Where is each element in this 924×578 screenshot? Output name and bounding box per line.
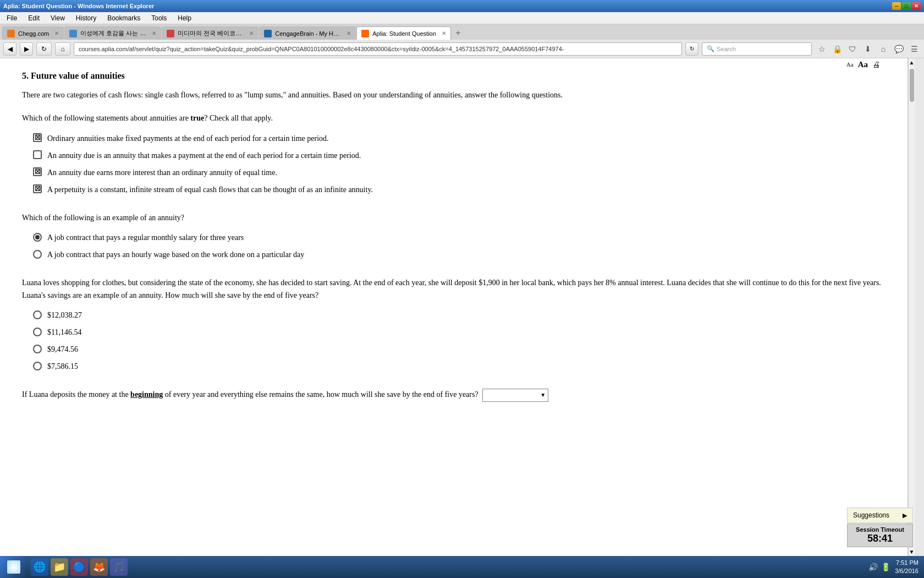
question3: Luana loves shopping for clothes, but co… (22, 277, 886, 372)
taskbar-battery-icon[interactable]: 🔋 (881, 563, 890, 571)
q1-option-b[interactable]: An annuity due is an annuity that makes … (33, 150, 886, 161)
taskbar-firefox-icon[interactable]: 🦊 (90, 558, 108, 576)
home-button[interactable]: ⌂ (55, 42, 70, 56)
menu-bookmarks[interactable]: Bookmarks (103, 13, 145, 23)
tab-bar: Chegg.com ✕ 이성에게 호감을 사는 방법... ✕ 미디마의 전국 … (0, 24, 924, 40)
tab-chegg[interactable]: Chegg.com ✕ (2, 26, 64, 40)
scrollbar[interactable]: ▲ ▼ (908, 58, 915, 556)
content-area: Aa Aa 🖨 5. Future value of annuities The… (0, 58, 924, 556)
refresh-ssl-button[interactable]: ↻ (685, 42, 698, 56)
toolbar-icons: ☆ 🔒 🛡 ⬇ ⌂ 💬 ☰ (815, 42, 921, 56)
font-controls: Aa Aa 🖨 (846, 58, 880, 71)
menu-icon[interactable]: ☰ (908, 42, 921, 56)
shield-icon[interactable]: 🛡 (846, 42, 859, 56)
q4-text: If Luana deposits the money at the begin… (22, 389, 886, 402)
search-bar[interactable]: 🔍 Search (702, 42, 812, 56)
tab-label-cengage: CengageBrain - My Home (275, 30, 341, 37)
q3-option-c[interactable]: $9,474.56 (33, 343, 886, 355)
taskbar-ie-icon[interactable]: 🌐 (31, 558, 48, 576)
q1-checkbox-b[interactable] (33, 150, 42, 159)
print-button[interactable]: 🖨 (872, 59, 880, 70)
forward-button[interactable]: ▶ (20, 42, 33, 56)
menu-file[interactable]: File (2, 13, 21, 23)
star-icon[interactable]: ☆ (815, 42, 828, 56)
taskbar-media-icon[interactable]: 🎵 (110, 558, 128, 576)
tab-aplia[interactable]: Aplia: Student Question ✕ (356, 26, 451, 40)
menu-help[interactable]: Help (173, 13, 196, 23)
q2-label-a: A job contract that pays a regular month… (47, 232, 244, 243)
taskbar-volume-icon[interactable]: 🔊 (868, 563, 878, 571)
scroll-up-button[interactable]: ▲ (908, 58, 916, 67)
windows-logo (7, 560, 20, 574)
maximize-button[interactable]: □ (902, 2, 911, 10)
font-large-button[interactable]: Aa (858, 58, 868, 71)
close-button[interactable]: ✕ (912, 2, 921, 10)
tab-close-korean2[interactable]: ✕ (249, 30, 254, 36)
q1-options: ☒ Ordinary annuities make fixed payments… (33, 133, 886, 195)
q2-option-a[interactable]: A job contract that pays a regular month… (33, 232, 886, 243)
question2: Which of the following is an example of … (22, 212, 886, 260)
title-bar: Aplia: Student Question - Windows Intern… (0, 0, 924, 12)
suggestions-close-button[interactable]: ▶ (903, 512, 907, 519)
home-icon[interactable]: ⌂ (877, 42, 890, 56)
q2-radio-b[interactable] (33, 250, 42, 259)
minimize-button[interactable]: ─ (892, 2, 901, 10)
section-title: 5. Future value of annuities (22, 69, 886, 83)
chat-icon[interactable]: 💬 (892, 42, 905, 56)
q3-radio-c[interactable] (33, 345, 42, 353)
q3-radio-b[interactable] (33, 328, 42, 336)
taskbar-chrome-icon[interactable]: 🔵 (70, 558, 88, 576)
tab-korean2[interactable]: 미디마의 전국 베이코리언... ✕ (162, 26, 258, 40)
tab-cengage[interactable]: CengageBrain - My Home ✕ (259, 26, 356, 40)
q3-radio-a[interactable] (33, 310, 42, 319)
q1-option-a[interactable]: ☒ Ordinary annuities make fixed payments… (33, 133, 886, 144)
url-bar[interactable]: courses.aplia.com/af/servlet/quiz?quiz_a… (74, 42, 682, 56)
tab-close-chegg[interactable]: ✕ (54, 30, 59, 36)
lock-icon[interactable]: 🔒 (831, 42, 844, 56)
q3-label-d: $7,586.15 (47, 361, 78, 372)
tab-label-korean2: 미디마의 전국 베이코리언... (178, 29, 244, 37)
q2-options: A job contract that pays a regular month… (33, 232, 886, 260)
q3-option-d[interactable]: $7,586.15 (33, 361, 886, 372)
menu-edit[interactable]: Edit (24, 13, 44, 23)
scroll-thumb[interactable] (910, 69, 914, 102)
url-text: courses.aplia.com/af/servlet/quiz?quiz_a… (79, 46, 564, 52)
q1-label-a: Ordinary annuities make fixed payments a… (47, 133, 329, 144)
taskbar-folder-icon[interactable]: 📁 (51, 558, 68, 576)
tab-close-cengage[interactable]: ✕ (346, 30, 351, 36)
q2-label-b: A job contract that pays an hourly wage … (47, 249, 304, 260)
q1-label-b: An annuity due is an annuity that makes … (47, 150, 361, 161)
font-small-button[interactable]: Aa (846, 60, 854, 69)
q2-radio-a[interactable] (33, 233, 42, 242)
q1-checkbox-a[interactable]: ☒ (33, 133, 42, 142)
refresh-button[interactable]: ↻ (36, 42, 52, 56)
q4-dropdown[interactable]: ▼ (482, 389, 548, 402)
back-button[interactable]: ◀ (3, 42, 16, 56)
q1-option-c[interactable]: ☒ An annuity due earns more interest tha… (33, 167, 886, 178)
q1-checkbox-c[interactable]: ☒ (33, 167, 42, 176)
q1-option-d[interactable]: ☒ A perpetuity is a constant, infinite s… (33, 184, 886, 195)
new-tab-button[interactable]: + (452, 28, 465, 39)
taskbar-quick-launch: 🌐 📁 🔵 🦊 🎵 (28, 558, 131, 576)
menu-history[interactable]: History (72, 13, 101, 23)
menu-view[interactable]: View (46, 13, 69, 23)
q1-text: Which of the following statements about … (22, 112, 886, 124)
tab-close-aplia[interactable]: ✕ (442, 30, 446, 36)
q1-checkbox-d[interactable]: ☒ (33, 184, 42, 193)
tab-korean1[interactable]: 이성에게 호감을 사는 방법... ✕ (64, 26, 161, 40)
q2-option-b[interactable]: A job contract that pays an hourly wage … (33, 249, 886, 260)
tab-label-korean1: 이성에게 호감을 사는 방법... (80, 29, 146, 37)
q3-radio-d[interactable] (33, 362, 42, 370)
q3-option-a[interactable]: $12,038.27 (33, 309, 886, 321)
q3-label-a: $12,038.27 (47, 309, 82, 321)
menu-tools[interactable]: Tools (147, 13, 171, 23)
start-button[interactable] (0, 556, 28, 578)
tab-close-korean1[interactable]: ✕ (152, 30, 156, 36)
section-title-text: Future value of annuities (31, 71, 125, 80)
tab-label-aplia: Aplia: Student Question (372, 30, 436, 37)
taskbar-right: 🔊 🔋 7:51 PM 3/6/2016 (868, 559, 924, 576)
q3-options: $12,038.27 $11,146.54 $9,474.56 $7,586.1… (33, 309, 886, 372)
download-icon[interactable]: ⬇ (861, 42, 875, 56)
q3-option-b[interactable]: $11,146.54 (33, 326, 886, 338)
scroll-down-button[interactable]: ▼ (908, 548, 916, 556)
